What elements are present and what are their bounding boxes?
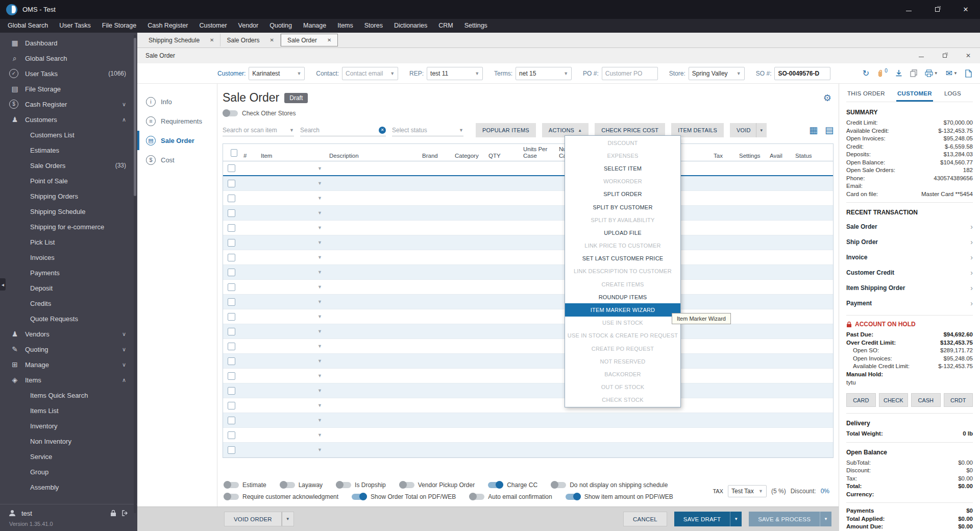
sidebar-item[interactable]: ▦ Dashboard <box>0 35 137 51</box>
table-row[interactable]: ▼ <box>223 413 833 428</box>
table-row[interactable]: ▼ <box>223 161 833 176</box>
item-select-caret-icon[interactable]: ▼ <box>317 270 326 275</box>
tab-close-icon[interactable]: ✕ <box>270 37 274 43</box>
item-select-caret-icon[interactable]: ▼ <box>317 403 326 408</box>
item-select-caret-icon[interactable]: ▼ <box>317 418 326 423</box>
item-select-caret-icon[interactable]: ▼ <box>317 432 326 438</box>
field-input[interactable]: Customer PO ▼ <box>602 67 658 80</box>
toggle-switch[interactable] <box>566 494 581 500</box>
cancel-button[interactable]: CANCEL <box>623 512 667 526</box>
menubar-item[interactable]: Quoting <box>264 19 298 33</box>
right-panel-tab[interactable]: THIS ORDER <box>846 88 886 102</box>
order-option-toggle[interactable]: Layaway <box>280 481 323 489</box>
table-row[interactable]: ▼ <box>223 369 833 383</box>
table-row[interactable]: ▼ <box>223 265 833 280</box>
item-select-caret-icon[interactable]: ▼ <box>317 447 326 452</box>
email-button[interactable]: ✉▼ <box>946 69 958 78</box>
table-row[interactable]: ▼ <box>223 206 833 221</box>
item-select-caret-icon[interactable]: ▼ <box>317 344 326 349</box>
sidebar-item[interactable]: Point of Sale <box>0 173 137 188</box>
section-nav-item[interactable]: ≡ Requirements <box>137 111 217 131</box>
toggle-switch[interactable] <box>551 482 566 488</box>
order-option-toggle[interactable]: Charge CC <box>488 481 537 489</box>
item-select-caret-icon[interactable]: ▼ <box>317 181 326 186</box>
order-option-toggle[interactable]: Is Dropship <box>336 481 386 489</box>
menubar-item[interactable]: Customer <box>193 19 232 33</box>
download-icon[interactable] <box>895 69 902 77</box>
order-option-toggle[interactable]: Auto email confirmation <box>469 493 552 500</box>
row-checkbox[interactable] <box>228 417 235 424</box>
payment-method-button[interactable]: CASH <box>911 393 941 407</box>
inner-restore-button[interactable] <box>933 48 957 63</box>
item-select-caret-icon[interactable]: ▼ <box>317 196 326 201</box>
row-checkbox[interactable] <box>228 313 235 321</box>
toggle-switch[interactable] <box>469 494 484 500</box>
column-chooser-button[interactable]: ▤ <box>825 126 834 135</box>
toggle-switch[interactable] <box>223 110 238 116</box>
sidebar-item[interactable]: Items Quick Search <box>0 388 137 403</box>
row-checkbox[interactable] <box>228 254 235 261</box>
sidebar-item[interactable]: Shipping Schedule <box>0 204 137 219</box>
row-checkbox[interactable] <box>228 298 235 306</box>
recent-transaction-item[interactable]: Payment › <box>846 296 973 311</box>
inner-close-button[interactable]: ✕ <box>957 48 980 63</box>
tab-close-icon[interactable]: ✕ <box>210 37 214 43</box>
menubar-item[interactable]: User Tasks <box>54 19 96 33</box>
menubar-item[interactable]: Items <box>332 19 359 33</box>
order-option-toggle[interactable]: Vendor Pickup Order <box>399 481 475 489</box>
void-button[interactable]: VOID <box>730 123 756 137</box>
row-checkbox[interactable] <box>228 387 235 395</box>
sidebar-item[interactable]: $ Cash Register ∨ <box>0 96 137 112</box>
toggle-switch[interactable] <box>280 482 295 488</box>
sidebar-item[interactable]: ✓ User Tasks (1066) <box>0 66 137 81</box>
item-select-caret-icon[interactable]: ▼ <box>317 284 326 289</box>
order-option-toggle[interactable]: Do not display on shipping schedule <box>551 481 668 489</box>
status-filter-select[interactable]: Select status ▼ <box>392 124 463 136</box>
sidebar-item[interactable]: Estimates <box>0 142 137 158</box>
sidebar-item[interactable]: Quote Requests <box>0 311 137 326</box>
table-row[interactable]: ▼ <box>223 398 833 413</box>
table-row[interactable]: ▼ <box>223 383 833 398</box>
lock-session-icon[interactable] <box>110 510 116 517</box>
sidebar-item[interactable]: Non Inventory <box>0 433 137 449</box>
print-caret-icon[interactable]: ▼ <box>934 69 938 78</box>
section-nav-item[interactable]: ▤ Sale Order <box>137 131 217 150</box>
logout-icon[interactable] <box>121 510 129 517</box>
menubar-item[interactable]: Settings <box>459 19 493 33</box>
attachment-icon[interactable]: 0 <box>877 69 888 78</box>
table-row[interactable]: ▼ <box>223 191 833 206</box>
actions-menu-item[interactable]: UPLOAD FILE <box>565 226 680 239</box>
menubar-item[interactable]: CRM <box>433 19 458 33</box>
table-row[interactable]: ▼ <box>223 221 833 235</box>
actions-menu-item[interactable]: SPLIT ORDER <box>565 188 680 201</box>
sidebar-item[interactable]: Pick List <box>0 234 137 250</box>
right-panel-tab[interactable]: LOGS <box>943 88 962 102</box>
search-input[interactable]: Search ✕ <box>300 124 386 136</box>
table-row[interactable]: ▼ <box>223 443 833 457</box>
sidebar-item[interactable]: Service <box>0 449 137 464</box>
item-select-caret-icon[interactable]: ▼ <box>317 373 326 378</box>
select-all-checkbox[interactable] <box>231 149 237 157</box>
row-checkbox[interactable] <box>228 402 235 409</box>
item-select-caret-icon[interactable]: ▼ <box>317 240 326 245</box>
grid-layout-button[interactable]: ▦ <box>809 126 818 135</box>
payment-method-button[interactable]: CRDT <box>944 393 973 407</box>
order-option-toggle[interactable]: Estimate <box>224 481 266 489</box>
refresh-icon[interactable]: ↻ <box>863 69 869 78</box>
row-checkbox[interactable] <box>228 195 235 202</box>
sidebar-item[interactable]: ✎ Quoting ∨ <box>0 342 137 357</box>
item-search-mode-select[interactable]: Search or scan item ▼ <box>223 124 294 136</box>
clear-search-icon[interactable]: ✕ <box>379 127 386 134</box>
actions-menu-item[interactable]: SELECT ITEM <box>565 162 680 175</box>
actions-menu-item[interactable]: ITEM MARKER WIZARD <box>565 303 680 316</box>
row-checkbox[interactable] <box>228 239 235 247</box>
sidebar-item[interactable]: ♟ Customers ∧ <box>0 112 137 127</box>
restore-button[interactable] <box>923 0 951 19</box>
item-select-caret-icon[interactable]: ▼ <box>317 358 326 364</box>
section-nav-item[interactable]: $ Cost <box>137 150 217 170</box>
actions-menu-item[interactable]: SET LAST CUSTOMER PRICE <box>565 252 680 265</box>
sidebar-item[interactable]: Payments <box>0 265 137 280</box>
sidebar-collapse-handle[interactable]: ◂ <box>0 278 6 291</box>
sidebar-item[interactable]: ▤ File Storage <box>0 81 137 96</box>
item-select-caret-icon[interactable]: ▼ <box>317 225 326 230</box>
